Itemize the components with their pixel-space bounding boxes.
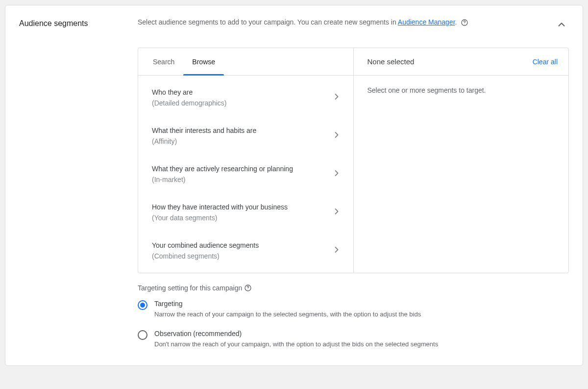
radio-label: Observation (recommended) <box>154 330 438 337</box>
category-title: Your combined audience segments <box>152 240 259 250</box>
category-title: What their interests and habits are <box>152 126 256 135</box>
section-title: Audience segments <box>19 19 138 28</box>
browse-panel: Search Browse Who they are (Detailed dem… <box>138 48 354 273</box>
tab-search[interactable]: Search <box>144 48 183 75</box>
radio-observation[interactable]: Observation (recommended) Don't narrow t… <box>138 330 569 349</box>
category-title: How they have interacted with your busin… <box>152 202 288 212</box>
selected-panel-body: Select one or more segments to target. <box>354 76 569 105</box>
clear-all-button[interactable]: Clear all <box>533 58 558 66</box>
category-subtitle: (Combined segments) <box>152 251 259 261</box>
section-title-column: Audience segments <box>19 17 138 349</box>
svg-point-1 <box>465 24 465 25</box>
section-description: Select audience segments to add to your … <box>138 17 468 27</box>
targeting-heading: Targeting setting for this campaign <box>138 284 569 292</box>
category-subtitle: (Affinity) <box>152 136 256 146</box>
targeting-heading-text: Targeting setting for this campaign <box>138 284 242 292</box>
category-in-market[interactable]: What they are actively researching or pl… <box>138 155 353 193</box>
selected-count-label: None selected <box>368 57 415 66</box>
category-your-data[interactable]: How they have interacted with your busin… <box>138 193 353 232</box>
radio-button-icon <box>138 330 147 340</box>
audience-manager-link[interactable]: Audience Manager <box>398 18 455 26</box>
category-title: What they are actively researching or pl… <box>152 164 293 174</box>
selected-panel: None selected Clear all Select one or mo… <box>354 48 569 273</box>
category-subtitle: (Your data segments) <box>152 213 288 223</box>
section-content: Select audience segments to add to your … <box>138 17 569 349</box>
radio-button-icon <box>138 300 147 310</box>
radio-targeting[interactable]: Targeting Narrow the reach of your campa… <box>138 300 569 319</box>
targeting-section: Targeting setting for this campaign Targ… <box>138 284 569 349</box>
selected-panel-header: None selected Clear all <box>354 48 569 76</box>
segments-panel: Search Browse Who they are (Detailed dem… <box>138 48 569 273</box>
category-combined[interactable]: Your combined audience segments (Combine… <box>138 232 353 270</box>
radio-description: Don't narrow the reach of your campaign,… <box>154 340 438 349</box>
category-demographics[interactable]: Who they are (Detailed demographics) <box>138 78 353 117</box>
category-affinity[interactable]: What their interests and habits are (Aff… <box>138 117 353 155</box>
description-text-2: . <box>455 18 457 26</box>
help-icon[interactable] <box>244 284 252 292</box>
chevron-right-icon <box>332 92 342 104</box>
tab-browse[interactable]: Browse <box>183 48 224 75</box>
chevron-right-icon <box>332 207 342 218</box>
audience-segments-card: Audience segments Select audience segmen… <box>5 5 583 366</box>
category-subtitle: (In-market) <box>152 175 293 184</box>
tabs: Search Browse <box>138 48 353 76</box>
description-text-1: Select audience segments to add to your … <box>138 18 398 26</box>
section-header-row: Select audience segments to add to your … <box>138 17 569 34</box>
chevron-right-icon <box>332 245 342 257</box>
chevron-right-icon <box>332 130 342 142</box>
help-icon[interactable] <box>461 19 468 26</box>
radio-label: Targeting <box>154 300 421 308</box>
category-list: Who they are (Detailed demographics) Wha… <box>138 76 353 273</box>
category-subtitle: (Detailed demographics) <box>152 98 227 108</box>
category-title: Who they are <box>152 87 227 97</box>
chevron-right-icon <box>332 168 342 180</box>
collapse-icon[interactable] <box>554 17 569 34</box>
radio-description: Narrow the reach of your campaign to the… <box>154 310 421 319</box>
svg-point-3 <box>248 289 248 289</box>
